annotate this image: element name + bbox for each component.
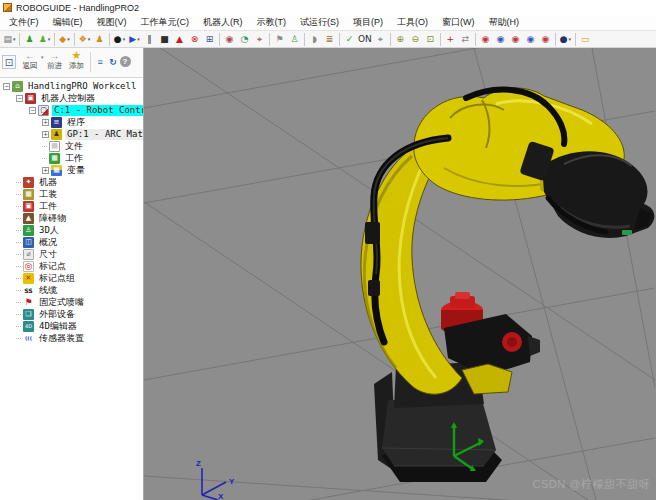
tree-item[interactable]: +♟GP:1 - ARC Mate 120iD bbox=[0, 128, 143, 140]
robot-step-lock-icon: ♟ bbox=[25, 32, 33, 46]
work-icon: ▦ bbox=[49, 153, 60, 164]
tree-item[interactable]: (((传感器装置 bbox=[0, 332, 143, 344]
joint-frame-button[interactable]: ◆▾ bbox=[57, 31, 72, 47]
expand-toggle[interactable]: + bbox=[42, 119, 49, 126]
tool-display-button[interactable]: ●▾ bbox=[558, 31, 573, 47]
zoom-window-button[interactable]: ⊡ bbox=[423, 31, 438, 47]
group-frame-button[interactable]: ❖▾ bbox=[77, 31, 92, 47]
center-view-button[interactable]: + bbox=[443, 31, 458, 47]
zoom-in-button[interactable]: ⊕ bbox=[393, 31, 408, 47]
tree-item[interactable]: ⌀尺寸 bbox=[0, 248, 143, 260]
robot-step-dropdown-caret[interactable]: ▾ bbox=[48, 36, 51, 42]
worker-show-icon: ♙ bbox=[290, 32, 298, 46]
menu-item[interactable]: 工作单元(C) bbox=[134, 15, 197, 30]
menu-item[interactable]: 视图(V) bbox=[90, 15, 134, 30]
flag-marker-button[interactable]: ⚑ bbox=[272, 31, 287, 47]
expand-toggle[interactable]: + bbox=[42, 131, 49, 138]
cycle-start-dropdown-caret[interactable]: ▾ bbox=[137, 36, 140, 42]
group-frame-dropdown-caret[interactable]: ▾ bbox=[88, 36, 91, 42]
tree-item[interactable]: −⌂HandlingPRO Workcell bbox=[0, 80, 143, 92]
grab-tool-button[interactable]: ◗ bbox=[307, 31, 322, 47]
3d-viewport[interactable]: Z Y X CSDN @柠檬甜不甜呀 bbox=[144, 48, 656, 500]
teach-pendant-dropdown-caret[interactable]: ▾ bbox=[13, 36, 16, 42]
tree-item[interactable]: 4D4D编辑器 bbox=[0, 320, 143, 332]
hold-button[interactable]: ∥ bbox=[142, 31, 157, 47]
toolbar-separator bbox=[54, 33, 55, 46]
menu-item[interactable]: 项目(P) bbox=[346, 15, 390, 30]
tree-item[interactable]: −▣机器人控制器 bbox=[0, 92, 143, 104]
world-frame-button[interactable]: ◔ bbox=[237, 31, 252, 47]
forward-button[interactable]: → 前进 bbox=[44, 50, 66, 70]
add-button[interactable]: ★ 添加 bbox=[66, 50, 88, 70]
pan-view-button[interactable]: ⇄ bbox=[458, 31, 473, 47]
tree-item[interactable]: SS线缆 bbox=[0, 284, 143, 296]
tree-item[interactable]: ◎标记点 bbox=[0, 260, 143, 272]
tree-item[interactable]: +≡程序 bbox=[0, 116, 143, 128]
tree-connector bbox=[16, 326, 21, 327]
menu-item[interactable]: 窗口(W) bbox=[435, 15, 482, 30]
tree-item[interactable]: ▤文件 bbox=[0, 140, 143, 152]
tree-item[interactable]: ✦机器 bbox=[0, 176, 143, 188]
tree-item[interactable]: ⚑固定式喷嘴 bbox=[0, 296, 143, 308]
expand-toggle[interactable]: + bbox=[42, 167, 49, 174]
zoom-out-button[interactable]: ⊖ bbox=[408, 31, 423, 47]
tree-item[interactable]: ❏外部设备 bbox=[0, 308, 143, 320]
tree-item-label: 4D编辑器 bbox=[37, 321, 79, 332]
fault-reset-button[interactable]: ⊗ bbox=[187, 31, 202, 47]
tool-display-dropdown-caret[interactable]: ▾ bbox=[569, 36, 572, 42]
tree-item[interactable]: ✕标记点组 bbox=[0, 272, 143, 284]
robot-model[interactable] bbox=[361, 88, 654, 482]
cycle-start-button[interactable]: ▶▾ bbox=[127, 31, 142, 47]
alarm-window-button[interactable]: ⊞ bbox=[202, 31, 217, 47]
robot-step-lock-button[interactable]: ♟ bbox=[22, 31, 37, 47]
tree-item[interactable]: ▦工作 bbox=[0, 152, 143, 164]
robot-step-button[interactable]: ♟▾ bbox=[37, 31, 52, 47]
tree-item[interactable]: ▣工件 bbox=[0, 200, 143, 212]
jog-tool-p-button[interactable]: ◉ bbox=[538, 31, 553, 47]
menu-item[interactable]: 文件(F) bbox=[2, 15, 46, 30]
menu-item[interactable]: 帮助(H) bbox=[482, 15, 527, 30]
mouse-mode-dropdown-caret[interactable]: ▾ bbox=[123, 36, 126, 42]
tree-item-label: 工件 bbox=[37, 201, 59, 212]
eject-button[interactable]: ▲ bbox=[172, 31, 187, 47]
toolbar-separator bbox=[74, 33, 75, 46]
worker-show-button[interactable]: ♙ bbox=[287, 31, 302, 47]
frame-jog-button[interactable]: ⌖ bbox=[252, 31, 267, 47]
tree-item[interactable]: ▲障碍物 bbox=[0, 212, 143, 224]
menu-item[interactable]: 工具(O) bbox=[390, 15, 435, 30]
menu-item[interactable]: 编辑(E) bbox=[46, 15, 90, 30]
register-display-button[interactable]: ◉ bbox=[222, 31, 237, 47]
programs-icon: ≡ bbox=[51, 117, 62, 128]
mouse-mode-button[interactable]: ●▾ bbox=[112, 31, 127, 47]
menu-item[interactable]: 示教(T) bbox=[250, 15, 294, 30]
collapse-toggle[interactable]: − bbox=[29, 107, 36, 114]
measure-tool-button[interactable]: ▭ bbox=[578, 31, 593, 47]
jog-tool-w-button[interactable]: ◉ bbox=[523, 31, 538, 47]
robot-mini-button[interactable]: ♟ bbox=[92, 31, 107, 47]
tree-item[interactable]: ◫概况 bbox=[0, 236, 143, 248]
jog-tool-z-button[interactable]: ◉ bbox=[508, 31, 523, 47]
menu-item[interactable]: 机器人(R) bbox=[196, 15, 250, 30]
abort-button[interactable]: ■ bbox=[157, 31, 172, 47]
tree-view-icon[interactable]: ≡ bbox=[94, 55, 107, 68]
tree-item[interactable]: +▦变量 bbox=[0, 164, 143, 176]
refresh-icon[interactable]: ↻ bbox=[107, 55, 120, 68]
jog-tool-y-button[interactable]: ◉ bbox=[493, 31, 508, 47]
collapse-toggle[interactable]: − bbox=[3, 83, 10, 90]
tree-item[interactable]: ♙3D人 bbox=[0, 224, 143, 236]
back-button[interactable]: ← 返回 bbox=[19, 50, 41, 70]
teach-pendant-button[interactable]: ▤▾ bbox=[2, 31, 17, 47]
online-check-button[interactable]: ✓ bbox=[342, 31, 357, 47]
help-icon[interactable]: ? bbox=[120, 56, 131, 67]
tree-item[interactable]: ▦工装 bbox=[0, 188, 143, 200]
tree-connector bbox=[16, 230, 21, 231]
online-mode-button[interactable]: ON bbox=[357, 31, 373, 47]
dock-panel-icon[interactable]: ⊡ bbox=[2, 55, 16, 69]
stairs-step-button[interactable]: ≣ bbox=[322, 31, 337, 47]
jog-tool-x-button[interactable]: ◉ bbox=[478, 31, 493, 47]
collapse-toggle[interactable]: − bbox=[16, 95, 23, 102]
joint-frame-dropdown-caret[interactable]: ▾ bbox=[67, 36, 70, 42]
menu-item[interactable]: 试运行(S) bbox=[293, 15, 346, 30]
target-select-button[interactable]: ⌖ bbox=[373, 31, 388, 47]
tree-item[interactable]: −▢C:1 - Robot Controller1 bbox=[0, 104, 143, 116]
